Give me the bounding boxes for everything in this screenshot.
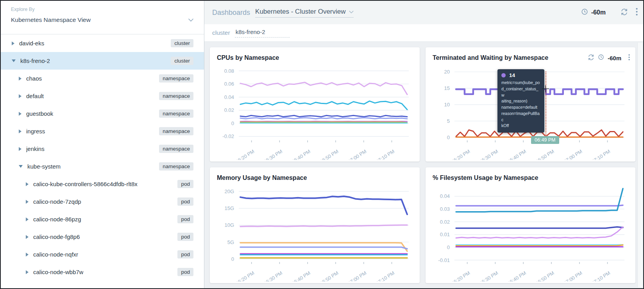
svg-text:06:30 PM: 06:30 PM: [263, 270, 284, 282]
tree-item-label: ingress: [26, 128, 45, 135]
tree-item-guestbook[interactable]: guestbooknamespace: [1, 105, 204, 122]
scrollbar-track[interactable]: [637, 43, 642, 287]
collapse-arrow-icon[interactable]: [19, 165, 23, 168]
tree-item-label: jenkins: [26, 145, 45, 152]
svg-text:07:10 PM: 07:10 PM: [375, 149, 396, 160]
svg-text:06:20 PM: 06:20 PM: [451, 270, 471, 282]
sidebar: Explore By Kubernetes Namespace View dav…: [1, 1, 204, 288]
crosshair-cursor-icon: [541, 84, 550, 95]
explore-by-label: Explore By: [11, 7, 194, 12]
svg-text:06:20 PM: 06:20 PM: [451, 149, 471, 160]
tree-item-calico-node-wbb7w[interactable]: calico-node-wbb7wpod: [1, 263, 204, 281]
cpus-chart-canvas[interactable]: 0.080.060.040.020-0.0206:20 PM06:30 PM06…: [217, 63, 414, 160]
panel-refresh-button[interactable]: [588, 54, 594, 62]
expand-arrow-icon[interactable]: [26, 253, 29, 257]
expand-arrow-icon[interactable]: [12, 41, 14, 45]
svg-text:15G: 15G: [224, 205, 234, 211]
tree-item-calico-node-7zqdp[interactable]: calico-node-7zqdppod: [1, 193, 204, 210]
tree-item-label: calico-node-wbb7w: [33, 269, 83, 275]
panel-time-range-button[interactable]: [598, 54, 604, 62]
svg-text:06:50 PM: 06:50 PM: [319, 270, 340, 282]
tree-item-chaos[interactable]: chaosnamespace: [1, 70, 204, 87]
series-color-dot: [501, 73, 506, 77]
view-selector-dropdown[interactable]: Kubernetes Namespace View: [11, 16, 194, 23]
collapse-arrow-icon[interactable]: [12, 59, 16, 62]
tree-item-calico-kube-controllers-5866c4dfdb-rlt8x[interactable]: calico-kube-controllers-5866c4dfdb-rlt8x…: [1, 175, 204, 193]
svg-text:0.04: 0.04: [224, 94, 234, 100]
svg-text:06:40 PM: 06:40 PM: [291, 149, 311, 160]
svg-text:-0.01: -0.01: [438, 257, 450, 263]
tree-item-label: calico-node-nqfxr: [33, 251, 78, 258]
scope-filter-bar: cluster k8s-freno-2: [204, 24, 643, 42]
svg-text:06:20 PM: 06:20 PM: [235, 149, 256, 160]
svg-text:07:00 PM: 07:00 PM: [347, 270, 368, 282]
svg-text:0: 0: [231, 256, 234, 262]
svg-text:06:40 PM: 06:40 PM: [506, 149, 527, 160]
refresh-icon: [588, 54, 594, 62]
tree-item-david-eks[interactable]: david-ekscluster: [1, 34, 204, 52]
expand-arrow-icon[interactable]: [26, 217, 29, 221]
expand-arrow-icon[interactable]: [26, 200, 29, 204]
type-badge: namespace: [159, 145, 193, 153]
svg-text:10G: 10G: [224, 222, 234, 228]
tree-item-jenkins[interactable]: jenkinsnamespace: [1, 140, 204, 158]
svg-text:06:30 PM: 06:30 PM: [479, 270, 499, 282]
panel-memory-usage: Memory Usage by Namespace 20G15G10G5G006…: [210, 167, 420, 283]
svg-text:06:50 PM: 06:50 PM: [535, 149, 555, 160]
svg-text:15: 15: [444, 85, 450, 91]
svg-text:0.04: 0.04: [440, 193, 450, 199]
tree-item-ingress[interactable]: ingressnamespace: [1, 122, 204, 140]
expand-arrow-icon[interactable]: [26, 182, 29, 186]
expand-arrow-icon[interactable]: [19, 129, 21, 133]
hover-tooltip: 14 metric=sum(kube_po d_container_status…: [497, 69, 544, 133]
expand-arrow-icon[interactable]: [26, 235, 29, 239]
panel-cpus-by-namespace: CPUs by Namespace 0.080.060.040.020-0.02…: [210, 47, 420, 162]
tree-item-label: calico-node-fg8p6: [33, 233, 80, 240]
dashboards-section-label: Dashboards: [212, 9, 250, 17]
sidebar-header: Explore By Kubernetes Namespace View: [1, 1, 204, 34]
tree-item-label: calico-node-7zqdp: [33, 198, 81, 205]
svg-text:06:20 PM: 06:20 PM: [235, 270, 256, 282]
hover-time-badge: 06:49 PM: [531, 136, 559, 144]
dashboard-topbar: Dashboards Kubernetes - Cluster Overview…: [204, 1, 643, 24]
panel-title: CPUs by Namespace: [217, 54, 279, 61]
svg-text:06:30 PM: 06:30 PM: [263, 149, 284, 160]
svg-text:0.06: 0.06: [224, 81, 234, 87]
type-badge: namespace: [159, 74, 193, 83]
tree-item-calico-node-fg8p6[interactable]: calico-node-fg8p6pod: [1, 228, 204, 246]
svg-text:06:30 PM: 06:30 PM: [479, 149, 499, 160]
expand-arrow-icon[interactable]: [26, 270, 29, 274]
svg-text:0: 0: [447, 135, 450, 140]
expand-arrow-icon[interactable]: [19, 94, 21, 98]
time-range-button[interactable]: -60m: [581, 8, 606, 17]
app-window: Explore By Kubernetes Namespace View dav…: [0, 0, 644, 289]
dashboard-title-dropdown[interactable]: Kubernetes - Cluster Overview: [255, 8, 353, 18]
tree-item-kube-system[interactable]: kube-systemnamespace: [1, 158, 204, 175]
kebab-menu-icon: [636, 8, 638, 17]
memory-chart-canvas[interactable]: 20G15G10G5G006:20 PM06:30 PM06:40 PM06:5…: [217, 183, 414, 282]
type-badge: pod: [177, 268, 193, 276]
panel-title: % Filesystem Usage by Namespace: [433, 174, 538, 181]
clock-icon: [581, 8, 588, 17]
type-badge: pod: [177, 215, 193, 223]
panel-more-options-button[interactable]: [628, 54, 630, 62]
filesystem-chart-canvas[interactable]: 0.040.030.020.010-0.0106:20 PM06:30 PM06…: [433, 183, 630, 282]
type-badge: namespace: [159, 109, 193, 118]
tree-item-label: default: [26, 93, 44, 99]
refresh-button[interactable]: [621, 8, 628, 17]
tree-item-label: calico-node-86pzg: [33, 216, 81, 223]
type-badge: pod: [177, 233, 193, 241]
expand-arrow-icon[interactable]: [19, 147, 21, 151]
panel-controls: -60m: [588, 54, 630, 62]
svg-text:0: 0: [231, 120, 234, 126]
expand-arrow-icon[interactable]: [19, 77, 21, 81]
more-options-button[interactable]: [636, 8, 638, 17]
tree-item-label: k8s-freno-2: [20, 57, 50, 64]
scope-value-field[interactable]: k8s-freno-2: [235, 29, 290, 38]
panel-filesystem-usage: % Filesystem Usage by Namespace 0.040.03…: [426, 167, 635, 283]
tree-item-calico-node-nqfxr[interactable]: calico-node-nqfxrpod: [1, 246, 204, 263]
expand-arrow-icon[interactable]: [19, 112, 21, 116]
tree-item-default[interactable]: defaultnamespace: [1, 87, 204, 105]
tree-item-calico-node-86pzg[interactable]: calico-node-86pzgpod: [1, 210, 204, 228]
tree-item-k8s-freno-2[interactable]: k8s-freno-2cluster: [1, 52, 204, 70]
